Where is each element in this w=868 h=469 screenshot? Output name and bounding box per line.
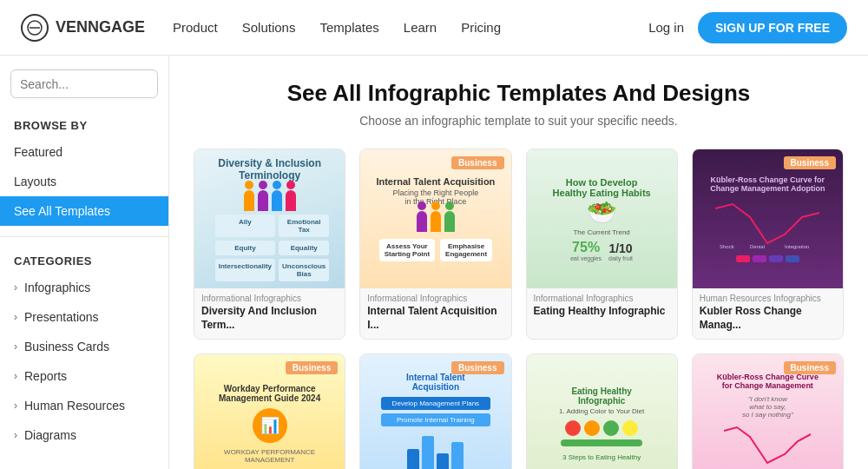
sidebar-item-business-cards[interactable]: › Business Cards: [0, 332, 168, 361]
sidebar-item-see-all-templates[interactable]: See All Templates: [0, 196, 168, 226]
template-card-healthy2[interactable]: Eating HealthyInfographic 1. Adding Colo…: [526, 353, 678, 469]
browse-title: BROWSE BY: [0, 112, 168, 137]
sidebar: 🔍 BROWSE BY Featured Layouts See All Tem…: [0, 56, 169, 469]
svg-text:Denial: Denial: [750, 244, 765, 249]
template-visual-1: Diversity & InclusionTerminology Ally Em…: [194, 149, 345, 288]
card-badge-2: Business: [451, 156, 503, 169]
food-red: [565, 420, 581, 436]
template-card-diversity[interactable]: Diversity & InclusionTerminology Ally Em…: [194, 149, 345, 340]
card-label-4: Human Resources Infographics: [693, 288, 843, 303]
main-content: See All Infographic Templates And Design…: [169, 56, 868, 469]
figure-3: [272, 190, 282, 211]
bar-2: [422, 436, 434, 469]
nav-templates[interactable]: Templates: [319, 20, 378, 35]
sidebar-item-featured-label: Featured: [14, 145, 62, 159]
search-input[interactable]: [20, 77, 169, 91]
progress-bar: [561, 439, 642, 446]
card-label-2: Informational Infographics: [360, 288, 510, 303]
svg-text:Integration: Integration: [785, 244, 809, 249]
sidebar-cat-presentations-label: Presentations: [24, 310, 99, 324]
sidebar-item-layouts-label: Layouts: [14, 175, 56, 188]
sidebar-item-diagrams[interactable]: › Diagrams: [0, 420, 168, 450]
logo-text: VENNGAGE: [56, 18, 145, 36]
sidebar-item-infographics[interactable]: › Infographics: [0, 273, 168, 302]
chevron-right-icon: ›: [14, 340, 17, 353]
sidebar-divider: [0, 236, 168, 237]
sidebar-item-featured[interactable]: Featured: [0, 137, 168, 167]
kubler-curve-chart: Shock Denial Integration: [715, 200, 819, 252]
template-grid: Diversity & InclusionTerminology Ally Em…: [194, 149, 844, 469]
card-title-3: Eating Healthy Infographic: [527, 303, 677, 326]
food-green: [603, 420, 619, 436]
template-card-kubler2[interactable]: Business Kübler-Ross Change Curvefor Cha…: [692, 353, 844, 469]
figure-2: [258, 190, 268, 211]
chevron-right-icon: ›: [14, 400, 17, 412]
fig-b: [431, 211, 441, 232]
main-nav: Product Solutions Templates Learn Pricin…: [173, 20, 648, 35]
page-content: 🔍 BROWSE BY Featured Layouts See All Tem…: [0, 56, 868, 469]
nav-solutions[interactable]: Solutions: [242, 20, 296, 35]
food-yellow: [622, 420, 638, 436]
signup-button[interactable]: SIGN UP FOR FREE: [698, 12, 847, 43]
chevron-right-icon: ›: [14, 370, 17, 382]
template-visual-3: How to DevelopHealthy Eating Habits 🥗 Th…: [527, 149, 677, 288]
categories-title: CATEGORIES: [0, 248, 168, 273]
template-card-workday[interactable]: Business Workday PerformanceManagement G…: [194, 353, 345, 469]
sidebar-item-see-all-label: See All Templates: [14, 204, 110, 218]
sidebar-item-reports[interactable]: › Reports: [0, 361, 168, 391]
fig-a: [417, 211, 427, 232]
bar-1: [407, 449, 419, 469]
sidebar-cat-infographics-label: Infographics: [24, 281, 90, 294]
template-visual-2: Internal Talent Acquisition Placing the …: [360, 149, 510, 288]
bar-3: [437, 453, 449, 469]
card-badge-8: Business: [784, 361, 836, 374]
template-card-talent2[interactable]: Business Internal TalentAcquisition Deve…: [359, 353, 511, 469]
chevron-right-icon: ›: [14, 281, 17, 294]
svg-text:Shock: Shock: [720, 244, 735, 249]
logo[interactable]: VENNGAGE: [21, 14, 145, 42]
template-card-healthy[interactable]: How to DevelopHealthy Eating Habits 🥗 Th…: [526, 149, 678, 340]
workday-icon: 📊: [253, 408, 287, 443]
healthy-icon: 🥗: [587, 198, 617, 227]
chevron-right-icon: ›: [14, 311, 17, 323]
template-card-talent[interactable]: Business Internal Talent Acquisition Pla…: [359, 149, 511, 340]
header: VENNGAGE Product Solutions Templates Lea…: [0, 0, 868, 56]
sidebar-cat-business-cards-label: Business Cards: [24, 340, 109, 353]
sidebar-item-layouts[interactable]: Layouts: [0, 167, 168, 196]
nav-pricing[interactable]: Pricing: [461, 20, 501, 35]
fig-c: [444, 211, 455, 232]
card-badge-5: Business: [286, 361, 338, 374]
template-visual-7: Eating HealthyInfographic 1. Adding Colo…: [527, 354, 677, 469]
page-title: See All Infographic Templates And Design…: [194, 80, 844, 107]
template-visual-4: Kübler-Ross Change Curve forChange Manag…: [693, 149, 843, 288]
sidebar-cat-diagrams-label: Diagrams: [24, 428, 76, 442]
login-button[interactable]: Log in: [648, 20, 684, 35]
sidebar-item-presentations[interactable]: › Presentations: [0, 302, 168, 332]
search-box[interactable]: 🔍: [10, 69, 158, 98]
card-title-4: Kubler Ross Change Manag...: [693, 303, 843, 339]
sidebar-cat-hr-label: Human Resources: [24, 399, 125, 413]
card-badge-6: Business: [451, 361, 503, 374]
card-title-1: Diversity And Inclusion Term...: [194, 303, 345, 339]
figure-1: [244, 190, 254, 211]
sidebar-cat-reports-label: Reports: [24, 369, 67, 383]
template-card-kubler[interactable]: Business Kübler-Ross Change Curve forCha…: [692, 149, 844, 340]
card-label-3: Informational Infographics: [527, 288, 677, 303]
bar-4: [451, 442, 464, 469]
card-badge-4: Business: [784, 156, 836, 169]
nav-learn[interactable]: Learn: [404, 20, 437, 35]
header-actions: Log in SIGN UP FOR FREE: [648, 12, 847, 43]
card-title-2: Internal Talent Acquisition I...: [360, 303, 510, 339]
logo-icon: [21, 14, 49, 42]
kubler2-curve: [724, 424, 811, 467]
page-subtitle: Choose an infographic template to suit y…: [194, 114, 844, 128]
card-label-1: Informational Infographics: [194, 288, 345, 303]
chevron-right-icon: ›: [14, 429, 17, 441]
figure-4: [286, 190, 296, 211]
food-orange: [584, 420, 600, 436]
nav-product[interactable]: Product: [173, 20, 218, 35]
sidebar-item-human-resources[interactable]: › Human Resources: [0, 391, 168, 420]
